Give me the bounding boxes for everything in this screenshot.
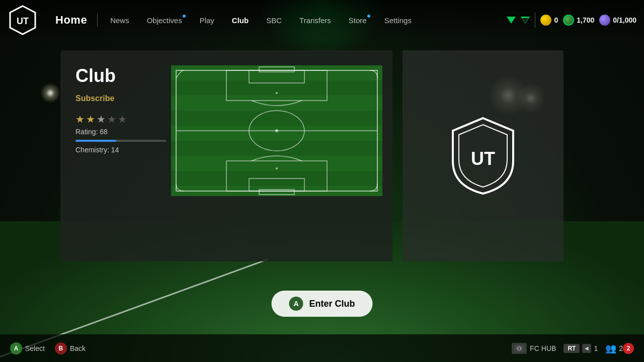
logo: UT xyxy=(5,3,40,38)
nav-item-club[interactable]: Club xyxy=(224,14,256,27)
star-2: ★ xyxy=(86,113,95,125)
nav-items: News Objectives Play Club SBC Transfers … xyxy=(103,14,419,27)
svg-point-19 xyxy=(276,167,278,169)
sp-value: 0/1,000 xyxy=(613,16,636,24)
soccer-field-container xyxy=(171,65,382,196)
triangle-outline-icon xyxy=(521,17,530,24)
star-3: ★ xyxy=(97,113,106,125)
b-control-icon: B xyxy=(55,342,67,354)
nav-arrows: ◀ xyxy=(582,344,591,353)
svg-rect-5 xyxy=(171,126,382,141)
enter-club-button[interactable]: A Enter Club xyxy=(271,291,372,317)
svg-text:UT: UT xyxy=(471,148,495,169)
header: UT Home News Objectives Play Club SBC Tr… xyxy=(0,0,644,40)
nav-item-news[interactable]: News xyxy=(103,14,137,27)
sp-icon xyxy=(599,15,610,26)
main-content: Club Subscribe ★ ★ ★ ★ ★ Rating: 68 Chem… xyxy=(0,40,644,332)
fc-hub-label: FC HUB xyxy=(530,344,556,352)
nav: Home News Objectives Play Club SBC Trans… xyxy=(45,14,419,27)
bottom-controls: A Select B Back xyxy=(10,342,86,354)
star-4: ★ xyxy=(107,113,116,125)
star-5: ★ xyxy=(118,113,127,125)
ut-shield-icon: UT xyxy=(448,116,518,196)
svg-rect-24 xyxy=(520,347,521,349)
sp-currency: 0/1,000 xyxy=(599,15,636,26)
svg-point-15 xyxy=(276,92,278,94)
nav-item-play[interactable]: Play xyxy=(192,14,222,27)
coins-currency: 0 xyxy=(540,15,558,26)
soccer-field-svg xyxy=(171,65,382,196)
svg-rect-3 xyxy=(171,65,382,80)
enter-club-label: Enter Club xyxy=(309,299,355,309)
fc-hub-icon xyxy=(512,343,527,354)
club-card: Club Subscribe ★ ★ ★ ★ ★ Rating: 68 Chem… xyxy=(60,50,392,261)
left-arrow-icon: ◀ xyxy=(582,344,591,353)
notification-badge: 2 xyxy=(623,343,634,354)
chemistry-bar-container xyxy=(75,140,166,142)
nav-item-transfers[interactable]: Transfers xyxy=(292,14,339,27)
page-number: 1 xyxy=(594,344,598,352)
nav-home[interactable]: Home xyxy=(45,14,98,27)
right-panel: UT xyxy=(403,50,564,261)
coin-icon xyxy=(540,15,551,26)
a-button-icon: A xyxy=(289,297,303,311)
svg-rect-4 xyxy=(171,96,382,111)
nav-item-store[interactable]: Store xyxy=(341,14,374,27)
svg-point-11 xyxy=(275,129,278,132)
fc-icon xyxy=(563,15,574,26)
back-label: Back xyxy=(70,344,86,352)
triangle-fill-icon xyxy=(507,17,516,24)
currency-divider xyxy=(535,13,535,28)
nav-item-objectives[interactable]: Objectives xyxy=(139,14,190,27)
friends-count: 2 xyxy=(619,344,623,352)
nav-item-sbc[interactable]: SBC xyxy=(259,14,289,27)
star-1: ★ xyxy=(75,113,85,125)
a-control-icon: A xyxy=(10,342,22,354)
rt-indicator: RT ◀ 1 xyxy=(564,344,598,353)
svg-rect-23 xyxy=(517,347,519,349)
select-control: A Select xyxy=(10,342,45,354)
back-control: B Back xyxy=(55,342,86,354)
fc-hub: FC HUB xyxy=(512,343,556,354)
bottom-bar: A Select B Back FC HUB RT ◀ xyxy=(0,334,644,362)
fc-currency: 1,700 xyxy=(563,15,594,26)
bottom-right: FC HUB RT ◀ 1 👥 2 2 xyxy=(512,343,634,354)
chemistry-bar-fill xyxy=(75,140,116,142)
friends-indicator: 👥 2 2 xyxy=(605,343,634,354)
svg-rect-21 xyxy=(514,345,524,352)
svg-text:UT: UT xyxy=(17,16,29,26)
select-label: Select xyxy=(25,344,45,352)
nav-item-settings[interactable]: Settings xyxy=(377,14,419,27)
ut-logo-icon: UT xyxy=(8,5,38,35)
rt-button: RT xyxy=(564,344,580,353)
coins-value: 0 xyxy=(554,16,558,24)
fc-value: 1,700 xyxy=(577,16,594,24)
people-icon: 👥 xyxy=(605,343,616,354)
currency-area: 0 1,700 0/1,000 xyxy=(507,13,636,28)
